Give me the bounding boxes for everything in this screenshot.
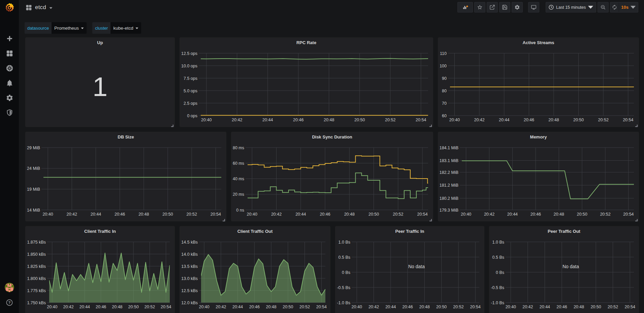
x-tick-label: 20:54 bbox=[416, 118, 426, 122]
y-tick-label: 10.0 ops bbox=[181, 64, 197, 68]
panel-client-traffic-out: 12.0 kBs12.5 kBs13.0 kBs13.5 kBs14.0 kBs… bbox=[180, 226, 330, 313]
panel-title[interactable]: Client Traffic In bbox=[26, 226, 174, 236]
x-tick-label: 20:46 bbox=[524, 118, 534, 122]
panel-resize-handle[interactable] bbox=[635, 123, 638, 126]
x-tick-label: 20:50 bbox=[436, 305, 447, 309]
x-tick-label: 20:52 bbox=[144, 305, 155, 309]
x-tick-label: 20:40 bbox=[199, 305, 209, 309]
panel-resize-handle[interactable] bbox=[326, 311, 329, 313]
x-tick-label: 20:40 bbox=[506, 305, 516, 309]
avatar[interactable] bbox=[5, 283, 14, 292]
x-tick-label: 20:46 bbox=[556, 305, 567, 309]
series-db-fsync bbox=[248, 173, 428, 198]
x-tick-label: 20:50 bbox=[590, 305, 601, 309]
x-tick-label: 20:52 bbox=[385, 118, 395, 122]
y-tick-label: 182.2 MiB bbox=[440, 170, 458, 175]
plus-icon bbox=[6, 35, 13, 42]
panel-resize-handle[interactable] bbox=[480, 311, 483, 313]
y-tick-label: 100 bbox=[440, 64, 447, 68]
panel-client-traffic-in: 1.750 kBs1.775 kBs1.800 kBs1.825 kBs1.85… bbox=[25, 226, 175, 313]
x-tick-label: 20:42 bbox=[522, 305, 533, 309]
series-rpc-rate bbox=[201, 59, 428, 59]
y-tick-label: 14 MiB bbox=[27, 208, 40, 213]
x-tick-label: 20:50 bbox=[128, 305, 139, 309]
x-tick-label: 20:48 bbox=[554, 212, 564, 217]
y-tick-label: 14.0 kBs bbox=[181, 252, 198, 257]
y-tick-label: 0 ns bbox=[236, 208, 244, 213]
x-tick-label: 20:44 bbox=[232, 305, 243, 309]
panel-resize-handle[interactable] bbox=[635, 217, 638, 220]
chart-db-size: 14 MiB19 MiB24 MiB29 MiB20:4020:4220:442… bbox=[26, 132, 227, 222]
shield-icon bbox=[6, 109, 13, 117]
y-tick-label: 40 ms bbox=[233, 177, 244, 181]
sidebar-item-dashboards[interactable] bbox=[0, 46, 19, 61]
x-tick-label: 20:50 bbox=[368, 212, 379, 217]
y-tick-label: 24 MiB bbox=[27, 166, 40, 171]
panel-title[interactable]: Up bbox=[26, 38, 174, 47]
panel-memory: 179.3 MiB180.2 MiB181.2 MiB182.2 MiB183.… bbox=[438, 132, 639, 221]
x-tick-label: 20:48 bbox=[548, 118, 559, 122]
x-tick-label: 20:52 bbox=[598, 118, 609, 122]
y-tick-label: 20 ms bbox=[233, 192, 244, 197]
x-tick-label: 20:44 bbox=[507, 212, 518, 217]
y-tick-label: 60 ms bbox=[233, 161, 244, 166]
x-tick-label: 20:44 bbox=[91, 212, 101, 217]
sidebar-item-create[interactable] bbox=[0, 31, 19, 46]
sidebar-item-alerting[interactable] bbox=[0, 75, 19, 90]
panel-resize-handle[interactable] bbox=[635, 311, 638, 313]
sidebar-item-explore[interactable] bbox=[0, 61, 19, 75]
panel-title[interactable]: Disk Sync Duration bbox=[231, 132, 433, 142]
panel-resize-handle[interactable] bbox=[429, 123, 432, 126]
svg-text:?: ? bbox=[8, 301, 11, 305]
chart-active-streams: 6070809010011020:4020:4220:4420:4620:482… bbox=[438, 38, 639, 127]
y-tick-label: 110 bbox=[440, 51, 447, 56]
x-tick-label: 20:48 bbox=[574, 305, 584, 309]
y-tick-label: 0.5 Bs bbox=[492, 255, 504, 260]
panel-title[interactable]: Peer Traffic In bbox=[335, 226, 484, 236]
panel-title[interactable]: DB Size bbox=[26, 132, 226, 142]
panel-resize-handle[interactable] bbox=[170, 123, 174, 126]
y-tick-label: 0 ops bbox=[187, 114, 197, 118]
sidebar-item-server-admin[interactable] bbox=[0, 105, 19, 120]
sidebar-item-help[interactable]: ? bbox=[0, 298, 19, 308]
panel-rpc-rate: 0 ops2.5 ops5.0 ops7.5 ops10.0 ops12.5 o… bbox=[180, 37, 433, 127]
x-tick-label: 20:54 bbox=[623, 212, 634, 217]
y-tick-label: 1.0 Bs bbox=[492, 240, 504, 245]
panel-title[interactable]: RPC Rate bbox=[180, 38, 433, 47]
panel-title[interactable]: Active Streams bbox=[438, 38, 639, 47]
panel-up: 1Up bbox=[25, 37, 175, 127]
x-tick-label: 20:42 bbox=[232, 118, 242, 122]
panel-resize-handle[interactable] bbox=[222, 217, 225, 220]
y-tick-label: 0 Bs bbox=[342, 270, 350, 275]
grafana-logo[interactable] bbox=[4, 2, 15, 13]
series-wal-fsync bbox=[248, 156, 428, 183]
panel-title[interactable]: Memory bbox=[438, 132, 639, 142]
panel-disk-sync-duration: 0 ns20 ms40 ms60 ms80 ms20:4020:4220:442… bbox=[231, 132, 433, 221]
x-tick-label: 20:50 bbox=[577, 212, 587, 217]
panel-resize-handle[interactable] bbox=[429, 217, 432, 220]
x-tick-label: 20:44 bbox=[385, 305, 396, 309]
x-tick-label: 20:42 bbox=[368, 305, 379, 309]
panel-title[interactable]: Client Traffic Out bbox=[180, 226, 330, 236]
sidebar-item-configuration[interactable] bbox=[0, 90, 19, 105]
y-tick-label: 13.5 kBs bbox=[181, 264, 198, 269]
panel-resize-handle[interactable] bbox=[170, 311, 174, 313]
x-tick-label: 20:54 bbox=[316, 305, 327, 309]
x-tick-label: 20:54 bbox=[161, 305, 171, 309]
x-tick-label: 20:46 bbox=[249, 305, 260, 309]
y-tick-label: 183.1 MiB bbox=[440, 158, 458, 163]
x-tick-label: 20:44 bbox=[262, 118, 273, 122]
x-tick-label: 20:50 bbox=[354, 118, 365, 122]
x-tick-label: 20:48 bbox=[344, 212, 355, 217]
y-tick-label: 13.0 kBs bbox=[181, 276, 198, 281]
chart-disk-sync-duration: 0 ns20 ms40 ms60 ms80 ms20:4020:4220:442… bbox=[231, 132, 433, 222]
y-tick-label: 181.2 MiB bbox=[440, 183, 458, 188]
x-tick-label: 20:42 bbox=[474, 118, 484, 122]
y-tick-label: 1.850 kBs bbox=[27, 252, 46, 257]
panel-title[interactable]: Peer Traffic Out bbox=[489, 226, 639, 236]
y-tick-label: 80 bbox=[442, 89, 447, 93]
y-tick-label: 1.875 kBs bbox=[27, 240, 46, 245]
chart-client-traffic-in: 1.750 kBs1.775 kBs1.800 kBs1.825 kBs1.85… bbox=[26, 226, 175, 313]
x-tick-label: 20:54 bbox=[417, 212, 427, 217]
singlestat-value: 1 bbox=[26, 47, 174, 127]
